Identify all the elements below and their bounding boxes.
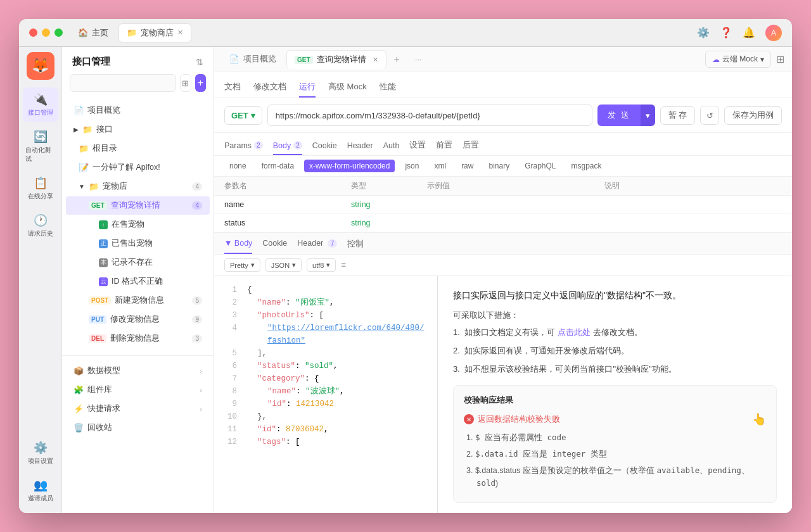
sidebar-item-invite-members[interactable]: 👥 邀请成员 [23, 473, 58, 508]
json-label: json [405, 162, 419, 170]
result-tab-body[interactable]: ▼ Body [224, 236, 252, 254]
nav-item-pet-shop[interactable]: ▼ 📁 宠物店 4 [66, 177, 210, 196]
params-tab-params[interactable]: Params 2 [224, 137, 263, 155]
gear-icon[interactable]: ⚙️ [697, 27, 710, 39]
nav-item-api-folder[interactable]: ▶ 📁 接口 [66, 120, 210, 139]
tab-home[interactable]: 🏠 主页 [70, 24, 116, 42]
params-label: Params [224, 141, 252, 150]
utf8-label: utf8 [312, 262, 324, 269]
filter-button[interactable]: ⊞ [180, 74, 191, 92]
body-type-raw[interactable]: raw [456, 160, 478, 172]
url-input[interactable] [267, 104, 592, 126]
nav-item-apifox-intro[interactable]: 📝 一分钟了解 Apifox! [66, 158, 210, 177]
nav-item-id-format-wrong[interactable]: 云 ID 格式不正确 [66, 272, 210, 291]
nav-item-data-models[interactable]: 📦 数据模型 › [66, 362, 210, 380]
send-main-btn[interactable]: 发 送 [597, 104, 641, 126]
cloud-mock-btn[interactable]: ☁ 云端 Mock ▾ [705, 51, 771, 68]
auto-test-label: 自动化测试 [25, 146, 56, 163]
nav-item-post-new-pet[interactable]: POST 新建宠物信息 5 [66, 291, 210, 310]
params-tab-header[interactable]: Header [347, 137, 373, 155]
col-desc: 说明 [604, 180, 782, 191]
body-type-form-data[interactable]: form-data [257, 160, 299, 172]
params-tab-before[interactable]: 前置 [436, 137, 452, 155]
header-badge: 7 [328, 239, 338, 248]
send-dropdown[interactable]: ▾ [641, 104, 655, 126]
nav-item-recycle[interactable]: 🗑️ 回收站 [66, 419, 210, 437]
tab-label: 宠物商店 [141, 27, 174, 39]
refresh-btn[interactable]: ↺ [700, 106, 719, 125]
body-type-json[interactable]: json [400, 160, 424, 172]
nav-item-pet-sold[interactable]: 正 已售出宠物 [66, 234, 210, 253]
body-type-xml[interactable]: xml [429, 160, 451, 172]
sub-tabs: 文档 修改文档 运行 高级 Mock 性能 [214, 72, 792, 98]
tab-project-overview[interactable]: 📄 项目概览 [222, 50, 284, 68]
avatar[interactable]: A [765, 25, 782, 41]
sub-tab-run[interactable]: 运行 [299, 77, 316, 98]
save-btn[interactable]: 暂 存 [660, 106, 695, 125]
tab-get-pet[interactable]: GET 查询宠物详情 ✕ [286, 50, 386, 69]
nav-item-del-pet[interactable]: DEL 删除宠物信息 3 [66, 329, 210, 348]
params-tab-body[interactable]: Body 2 [273, 137, 302, 155]
tab-pet-shop[interactable]: 📁 宠物商店 ✕ [118, 23, 191, 42]
params-tab-auth[interactable]: Auth [383, 137, 400, 155]
json-select[interactable]: JSON ▾ [265, 258, 302, 272]
popup-link[interactable]: 点击此处 [558, 327, 591, 337]
tab-more[interactable]: ··· [407, 51, 429, 68]
close-button[interactable] [29, 28, 37, 37]
utf8-select[interactable]: utf8 ▾ [307, 258, 336, 272]
question-icon[interactable]: ❓ [720, 27, 732, 39]
body-type-msgpack[interactable]: msgpack [566, 160, 607, 172]
sidebar-item-project-settings[interactable]: ⚙️ 项目设置 [23, 436, 58, 471]
result-tab-cookie[interactable]: Cookie [262, 236, 287, 254]
bell-icon[interactable]: 🔔 [743, 27, 755, 39]
validation-item-1: $ 应当有必需属性 code [466, 431, 766, 444]
send-label: 发 送 [608, 110, 630, 121]
nav-item-project-overview[interactable]: 📄 项目概览 [66, 101, 210, 120]
minimize-button[interactable] [42, 28, 50, 37]
sub-tab-edit-docs[interactable]: 修改文档 [253, 77, 286, 98]
nav-item-root-dir[interactable]: 📁 根目录 [66, 139, 210, 158]
pretty-select[interactable]: Pretty ▾ [224, 258, 260, 272]
layout-icon[interactable]: ⊞ [776, 53, 784, 65]
tab-get-close[interactable]: ✕ [373, 56, 378, 64]
params-count: 2 [254, 141, 263, 149]
nav-item-get-pet-detail[interactable]: GET 查询宠物详情 4 [66, 196, 210, 215]
result-tab-control[interactable]: 控制 [347, 236, 364, 254]
tab-close-btn[interactable]: ✕ [177, 28, 183, 37]
sidebar-item-auto-test[interactable]: 🔄 自动化测试 [23, 125, 58, 168]
nav-item-quick-request[interactable]: ⚡ 快捷请求 › [66, 400, 210, 418]
nav-item-put-pet[interactable]: PUT 修改宠物信息 9 [66, 310, 210, 329]
sort-icon[interactable]: ⇅ [196, 57, 203, 67]
sidebar-item-api-manage[interactable]: 🔌 接口管理 [23, 87, 58, 122]
data-models-icon: 📦 [73, 366, 84, 376]
body-type-binary[interactable]: binary [483, 160, 514, 172]
nav-item-pet-on-sale[interactable]: ↑ 在售宠物 [66, 215, 210, 234]
nav-item-components[interactable]: 🧩 组件库 › [66, 381, 210, 399]
add-button[interactable]: + [195, 74, 206, 92]
result-tab-header[interactable]: Header 7 [297, 236, 337, 254]
body-type-none[interactable]: none [224, 160, 252, 172]
search-input[interactable] [70, 74, 176, 92]
validation-item-3-text: $.data.status 应当是预设定的枚举值之一（枚举值 available… [475, 466, 750, 488]
body-type-graphql[interactable]: GraphQL [520, 160, 561, 172]
popup-measure-2: 如实际返回有误，可通知开发修改后端代码。 [453, 345, 777, 358]
wrap-icon[interactable]: ≡ [341, 260, 346, 270]
sub-tab-docs-label: 文档 [224, 82, 241, 91]
sub-tab-advanced-mock[interactable]: 高级 Mock [328, 77, 367, 98]
left-panel: 接口管理 ⇅ ⊞ + 📄 项目概览 ▶ 📁 接口 [62, 47, 214, 513]
body-type-urlencoded[interactable]: x-www-form-urlencoded [304, 160, 395, 172]
sub-tab-docs[interactable]: 文档 [224, 77, 241, 98]
params-tab-settings[interactable]: 设置 [409, 137, 426, 155]
tab-add[interactable]: + [389, 51, 405, 68]
maximize-button[interactable] [54, 28, 63, 37]
send-button[interactable]: 发 送 ▾ [597, 104, 655, 126]
params-tab-cookie[interactable]: Cookie [312, 137, 337, 155]
api-manage-icon: 🔌 [34, 92, 48, 106]
sidebar-item-request-history[interactable]: 🕐 请求历史 [23, 208, 58, 243]
nav-item-record-not-exist[interactable]: 本 记录不存在 [66, 253, 210, 272]
params-tab-after[interactable]: 后置 [463, 137, 479, 155]
sidebar-item-online-share[interactable]: 📋 在线分享 [23, 171, 58, 206]
save-as-case-btn[interactable]: 保存为用例 [724, 106, 782, 125]
method-select[interactable]: GET ▾ [224, 106, 262, 125]
sub-tab-performance[interactable]: 性能 [380, 77, 396, 98]
